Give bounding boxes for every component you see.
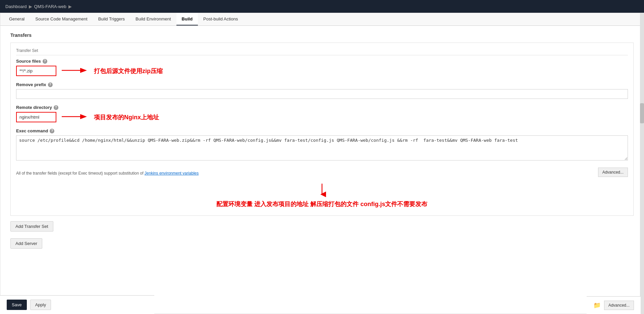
exec-command-textarea[interactable]: source /etc/profile&&cd /home/nginx/html…: [16, 135, 628, 161]
info-text: All of the transfer fields (except for E…: [16, 171, 199, 176]
transfer-advanced-button[interactable]: Advanced...: [598, 168, 628, 177]
source-files-label: Source files ?: [16, 59, 628, 64]
source-files-input[interactable]: [16, 66, 56, 76]
scrollbar-track[interactable]: [640, 13, 644, 314]
bottom-advanced-button[interactable]: Advanced...: [604, 301, 634, 310]
exec-command-help-icon[interactable]: ?: [50, 129, 54, 133]
advanced-icon: 📁: [593, 302, 601, 309]
exec-command-group: Exec command ? source /etc/profile&&cd /…: [16, 128, 628, 162]
add-server-button[interactable]: Add Server: [10, 238, 42, 249]
breadcrumb-dashboard[interactable]: Dashboard: [5, 4, 27, 9]
remove-prefix-help-icon[interactable]: ?: [48, 82, 53, 87]
source-files-annotation: 打包后源文件使用zip压缩: [94, 67, 163, 75]
save-button[interactable]: Save: [7, 300, 27, 310]
breadcrumb: Dashboard ▶ QMS-FARA-web ▶: [5, 4, 72, 9]
remote-directory-arrow: [62, 113, 89, 122]
tab-source-code-management[interactable]: Source Code Management: [30, 13, 93, 25]
add-transfer-set-button[interactable]: Add Transfer Set: [10, 221, 53, 232]
remote-directory-annotation: 项目发布的Nginx上地址: [94, 113, 159, 121]
content-panel: General Source Code Management Build Tri…: [0, 13, 644, 314]
tab-build[interactable]: Build: [176, 13, 198, 25]
form-body: Transfers Transfer Set Source files ?: [0, 26, 644, 275]
source-files-arrow: [62, 66, 89, 75]
remove-prefix-input[interactable]: [16, 89, 628, 99]
transfer-set-label: Transfer Set: [16, 48, 628, 55]
source-files-help-icon[interactable]: ?: [43, 59, 47, 64]
breadcrumb-arrow-2: ▶: [68, 4, 72, 9]
tab-general[interactable]: General: [4, 13, 30, 25]
transfers-box: Transfer Set Source files ?: [10, 43, 634, 216]
breadcrumb-arrow-1: ▶: [29, 4, 32, 9]
breadcrumb-project[interactable]: QMS-FARA-web: [34, 4, 66, 9]
top-bar: Dashboard ▶ QMS-FARA-web ▶: [0, 0, 644, 13]
remove-prefix-label: Remove prefix ?: [16, 82, 628, 87]
main-content: General Source Code Management Build Tri…: [0, 13, 644, 314]
transfers-title: Transfers: [10, 33, 634, 38]
tabs-bar: General Source Code Management Build Tri…: [0, 13, 644, 26]
tab-post-build-actions[interactable]: Post-build Actions: [198, 13, 243, 25]
remote-directory-help-icon[interactable]: ?: [54, 105, 58, 110]
source-files-group: Source files ?: [16, 59, 628, 76]
save-apply-bar: Save Apply: [0, 295, 154, 314]
remote-directory-input[interactable]: [16, 112, 56, 122]
remote-directory-label: Remote directory ?: [16, 105, 628, 110]
remote-directory-group: Remote directory ?: [16, 105, 628, 122]
right-advanced-bar: 📁 Advanced...: [587, 296, 641, 314]
scrollbar-thumb[interactable]: [640, 103, 644, 123]
apply-button[interactable]: Apply: [30, 300, 51, 310]
bottom-annotation: 配置环境变量 进入发布项目的地址 解压缩打包的文件 config.js文件不需要…: [16, 200, 628, 208]
jenkins-env-link[interactable]: Jenkins environment variables: [145, 171, 199, 176]
transfers-section: Transfers Transfer Set Source files ?: [10, 33, 634, 232]
bottom-arrow-icon: [318, 184, 326, 197]
tab-build-environment[interactable]: Build Environment: [130, 13, 176, 25]
remove-prefix-group: Remove prefix ?: [16, 82, 628, 99]
tab-build-triggers[interactable]: Build Triggers: [93, 13, 130, 25]
exec-command-label: Exec command ?: [16, 128, 628, 133]
